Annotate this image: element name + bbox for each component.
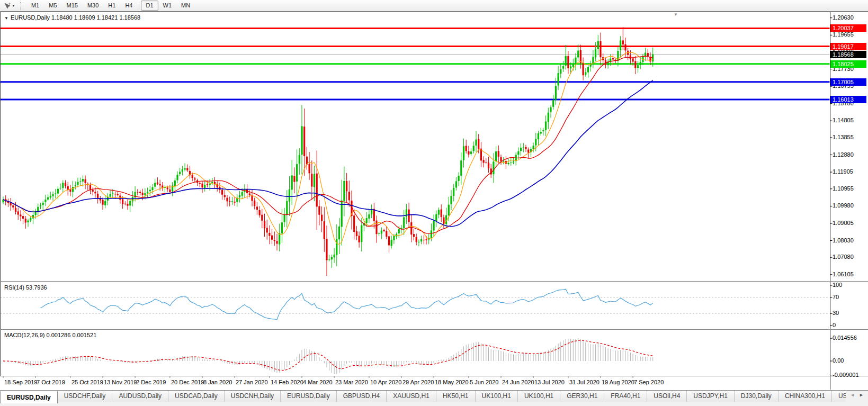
tabs-scroll-right-button[interactable]: ► xyxy=(859,392,864,398)
price-axis-tick-label: 1.10955 xyxy=(833,185,854,192)
price-axis-tick-label: 1.13855 xyxy=(833,134,854,140)
date-axis-label: 8 Jan 2020 xyxy=(203,379,232,385)
chart-tabs: EURUSD,DailyUSDCHF,DailyAUDUSD,DailyUSDC… xyxy=(0,391,846,403)
timeframe-button-h4[interactable]: H4 xyxy=(120,1,137,11)
rsi-axis-tick-label: 100 xyxy=(833,282,842,288)
chart-shift-marker-icon[interactable]: ▼ xyxy=(674,12,678,17)
cursor-tool-caret-icon[interactable]: ▼ xyxy=(12,4,15,7)
rsi-axis-tick-label: 70 xyxy=(833,294,839,300)
date-axis-label: 25 Oct 2019 xyxy=(71,379,103,385)
toolbar-separator xyxy=(139,2,139,10)
rsi-indicator-label: RSI(14) 53.7936 xyxy=(4,284,47,291)
price-level-badge[interactable]: 1.19017 xyxy=(830,43,866,50)
chart-tab-dj30-daily[interactable]: DJ30,Daily xyxy=(735,391,778,402)
timeframe-buttons: M1M5M15M30H1H4D1W1MN xyxy=(26,1,195,11)
date-axis-label: 13 Jul 2020 xyxy=(534,379,565,385)
chart-title-text: EURUSD,Daily 1.18480 1.18609 1.18421 1.1… xyxy=(11,14,140,21)
rsi-axis-tick-label: 30 xyxy=(833,310,839,316)
macd-axis-tick-label: 0.00 xyxy=(833,357,844,364)
chart-canvas xyxy=(0,12,868,390)
price-axis-tick-label: 1.09980 xyxy=(833,202,854,209)
price-axis-tick-label: 1.20630 xyxy=(833,14,854,21)
chart-tab-china300-h1[interactable]: CHINA300,H1 xyxy=(778,391,832,402)
price-axis-tick-label: 1.06105 xyxy=(833,271,854,277)
price-axis-tick-label: 1.14805 xyxy=(833,117,854,123)
timeframe-button-m1[interactable]: M1 xyxy=(26,1,44,11)
timeframe-button-m5[interactable]: M5 xyxy=(44,1,61,11)
cursor-tool-button[interactable]: ▼ xyxy=(2,2,17,10)
date-axis-label: 7 Sep 2020 xyxy=(634,379,664,385)
date-axis-label: 29 Apr 2020 xyxy=(402,379,434,385)
chart-tab-usdcad-daily[interactable]: USDCAD,Daily xyxy=(168,391,225,402)
date-axis-label: 19 Aug 2020 xyxy=(602,379,634,385)
timeframe-button-m30[interactable]: M30 xyxy=(83,1,103,11)
price-level-badge[interactable]: 1.17005 xyxy=(830,78,866,86)
chart-tab-usdjpy-h1[interactable]: USDJPY,H1 xyxy=(687,391,734,402)
date-axis-label: 7 Oct 2019 xyxy=(37,379,65,385)
timeframe-button-m15[interactable]: M15 xyxy=(62,1,83,11)
macd-axis-tick-label: -0.009001 xyxy=(833,372,859,378)
chart-title: ▼EURUSD,Daily 1.18480 1.18609 1.18421 1.… xyxy=(4,14,140,21)
date-axis-label: 14 Feb 2020 xyxy=(271,379,303,385)
symbol-dropdown-icon[interactable]: ▼ xyxy=(4,16,8,21)
price-level-badge[interactable]: 1.20037 xyxy=(830,24,866,32)
timeframe-button-d1[interactable]: D1 xyxy=(141,1,158,11)
price-axis-tick-label: 1.19655 xyxy=(833,31,854,38)
price-axis-tick-label: 1.08030 xyxy=(833,237,854,243)
price-axis-tick-label: 1.09005 xyxy=(833,220,854,226)
chart-tab-eurusd-daily[interactable]: EURUSD,Daily xyxy=(0,391,58,403)
price-axis-tick-label: 1.07080 xyxy=(833,254,854,260)
crosshair-tool-icon xyxy=(4,2,11,10)
timeframe-button-mn[interactable]: MN xyxy=(176,1,195,11)
date-axis-label: 10 Apr 2020 xyxy=(370,379,401,385)
chart-tab-audusd-daily[interactable]: AUDUSD,Daily xyxy=(112,391,168,402)
chart-tab-usoil-h4[interactable]: USOil,H4 xyxy=(647,391,687,402)
macd-axis-tick-label: 0.014556 xyxy=(833,335,857,341)
chart-stage[interactable]: ▼EURUSD,Daily 1.18480 1.18609 1.18421 1.… xyxy=(0,12,868,390)
toolbar-grip xyxy=(20,2,23,10)
chart-tab-hk50-h1[interactable]: HK50,H1 xyxy=(436,391,476,402)
chart-tab-eurusd-daily[interactable]: EURUSD,Daily xyxy=(281,391,337,402)
price-axis-tick-label: 1.12880 xyxy=(833,151,854,158)
date-axis-label: 20 Dec 2019 xyxy=(171,379,204,385)
date-axis-label: 4 Mar 2020 xyxy=(303,379,333,385)
tab-scrollers: ◄ ► xyxy=(846,391,868,398)
date-axis-label: 31 Jul 2020 xyxy=(569,379,599,385)
date-axis-label: 2 Dec 2019 xyxy=(136,379,166,385)
price-level-badge[interactable]: 1.16013 xyxy=(830,96,866,103)
chart-tab-ger30-h1[interactable]: GER30,H1 xyxy=(560,391,604,402)
chart-tab-usoil-h1[interactable]: USOil,H1 xyxy=(832,391,846,402)
chart-tab-fra40-h1[interactable]: FRA40,H1 xyxy=(604,391,647,402)
chart-tab-uk100-h1[interactable]: UK100,H1 xyxy=(476,391,518,402)
chart-tab-gbpusd-h4[interactable]: GBPUSD,H4 xyxy=(337,391,387,402)
date-axis-label: 5 Jun 2020 xyxy=(470,379,498,385)
timeframe-button-w1[interactable]: W1 xyxy=(158,1,177,11)
date-axis-label: 27 Jan 2020 xyxy=(236,379,268,385)
timeframe-button-h1[interactable]: H1 xyxy=(103,1,120,11)
date-axis-label: 18 Sep 2019 xyxy=(4,379,37,385)
date-axis-label: 13 Nov 2019 xyxy=(104,379,137,385)
chart-tab-usdchf-daily[interactable]: USDCHF,Daily xyxy=(58,391,113,402)
chart-tab-usdcnh-daily[interactable]: USDCNH,Daily xyxy=(225,391,281,402)
chart-tab-bar: EURUSD,DailyUSDCHF,DailyAUDUSD,DailyUSDC… xyxy=(0,390,868,406)
trading-platform-window: ▼ M1M5M15M30H1H4D1W1MN ▼EURUSD,Daily 1.1… xyxy=(0,0,868,406)
timeframe-toolbar: ▼ M1M5M15M30H1H4D1W1MN xyxy=(0,0,868,12)
rsi-axis-tick-label: 0 xyxy=(833,322,836,328)
date-axis-label: 18 May 2020 xyxy=(435,379,469,385)
chart-tab-xauusd-h1[interactable]: XAUUSD,H1 xyxy=(387,391,436,402)
macd-indicator-label: MACD(12,26,9) 0.001286 0.001521 xyxy=(4,332,96,338)
current-price-badge: 1.18568 xyxy=(830,51,866,58)
date-axis-label: 24 Jun 2020 xyxy=(502,379,534,385)
price-level-badge[interactable]: 1.18025 xyxy=(830,60,866,68)
tabs-scroll-left-button[interactable]: ◄ xyxy=(850,392,855,398)
chart-tab-uk100-h1[interactable]: UK100,H1 xyxy=(518,391,560,402)
date-axis-label: 23 Mar 2020 xyxy=(335,379,368,385)
price-axis-tick-label: 1.11905 xyxy=(833,168,853,175)
